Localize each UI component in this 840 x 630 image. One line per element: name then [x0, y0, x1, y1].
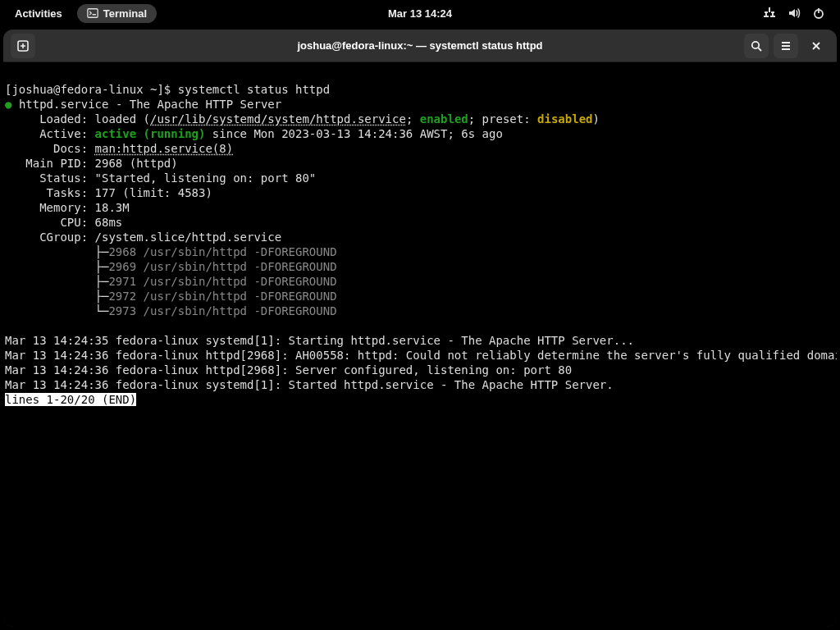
journal-line: Mar 13 14:24:36 fedora-linux httpd[2968]…: [5, 349, 837, 362]
cgroup-proc: 2971 /usr/sbin/httpd -DFOREGROUND: [108, 275, 336, 288]
cgroup-tree: ├─: [5, 290, 108, 303]
svg-rect-0: [88, 9, 98, 18]
terminal-icon: [87, 7, 98, 19]
cgroup-tree: ├─: [5, 275, 108, 288]
cgroup-tree: ├─: [5, 260, 108, 273]
search-button[interactable]: [744, 34, 769, 58]
cgroup-tree: └─: [5, 304, 108, 317]
journal-line: Mar 13 14:24:36 fedora-linux systemd[1]:…: [5, 378, 614, 391]
tasks-line: Tasks: 177 (limit: 4583): [5, 186, 212, 199]
svg-rect-5: [765, 13, 767, 16]
preset-state: disabled: [537, 112, 592, 126]
status-line: Status: "Started, listening on: port 80": [5, 171, 316, 185]
status-dot-icon: ●: [5, 98, 11, 111]
volume-icon: [788, 7, 801, 20]
docs-label: Docs:: [5, 142, 95, 155]
command: systemctl status httpd: [178, 83, 330, 96]
cgroup-tree: ├─: [5, 245, 108, 258]
journal-line: Mar 13 14:24:36 fedora-linux httpd[2968]…: [5, 363, 572, 377]
journal-line: Mar 13 14:24:35 fedora-linux systemd[1]:…: [5, 334, 634, 347]
cpu-line: CPU: 68ms: [5, 216, 122, 229]
window-title: joshua@fedora-linux:~ — systemctl status…: [297, 39, 542, 52]
clock[interactable]: Mar 13 14:24: [388, 7, 452, 20]
active-since: since Mon 2023-03-13 14:24:36 AWST; 6s a…: [205, 127, 502, 140]
svg-line-15: [758, 48, 761, 51]
network-icon: [763, 7, 776, 20]
cgroup-proc: 2973 /usr/sbin/httpd -DFOREGROUND: [108, 304, 336, 317]
terminal-window: joshua@fedora-linux:~ — systemctl status…: [3, 30, 837, 627]
active-app-pill[interactable]: Terminal: [77, 4, 157, 23]
gnome-topbar: Activities Terminal Mar 13 14:24: [0, 0, 840, 26]
cgroup-proc: 2969 /usr/sbin/httpd -DFOREGROUND: [108, 260, 336, 273]
active-label: Active:: [5, 127, 95, 140]
prompt: [joshua@fedora-linux ~]$: [5, 83, 178, 96]
terminal-output[interactable]: [joshua@fedora-linux ~]$ systemctl statu…: [3, 62, 837, 627]
svg-rect-6: [772, 13, 774, 16]
cgroup-proc: 2968 /usr/sbin/httpd -DFOREGROUND: [108, 245, 336, 258]
new-tab-button[interactable]: [11, 34, 35, 58]
enabled-state: enabled: [420, 112, 468, 126]
svg-rect-8: [770, 16, 775, 17]
power-icon: [812, 7, 825, 20]
memory-line: Memory: 18.3M: [5, 201, 130, 214]
cgroup-proc: 2972 /usr/sbin/httpd -DFOREGROUND: [108, 290, 336, 303]
svg-point-14: [752, 41, 759, 48]
cgroup-line: CGroup: /system.slice/httpd.service: [5, 231, 281, 244]
close-button[interactable]: [804, 34, 829, 58]
docs-link: man:httpd.service(8): [95, 142, 234, 155]
unit-file-path: /usr/lib/systemd/system/httpd.service: [150, 112, 406, 126]
active-app-label: Terminal: [103, 7, 147, 20]
titlebar: joshua@fedora-linux:~ — systemctl status…: [3, 30, 837, 62]
activities-button[interactable]: Activities: [7, 4, 71, 23]
system-status-area[interactable]: [763, 7, 833, 20]
svg-rect-2: [765, 11, 768, 13]
svg-rect-7: [764, 16, 769, 17]
svg-rect-4: [769, 11, 770, 12]
loaded-label: Loaded: loaded (: [5, 112, 150, 126]
pager-status: lines 1-20/20 (END): [5, 393, 136, 406]
active-state: active (running): [95, 127, 206, 140]
svg-rect-1: [769, 7, 770, 11]
svg-rect-3: [771, 11, 774, 13]
main-pid: Main PID: 2968 (httpd): [5, 157, 178, 170]
hamburger-menu-button[interactable]: [774, 34, 798, 58]
service-name-line: httpd.service - The Apache HTTP Server: [19, 98, 281, 111]
